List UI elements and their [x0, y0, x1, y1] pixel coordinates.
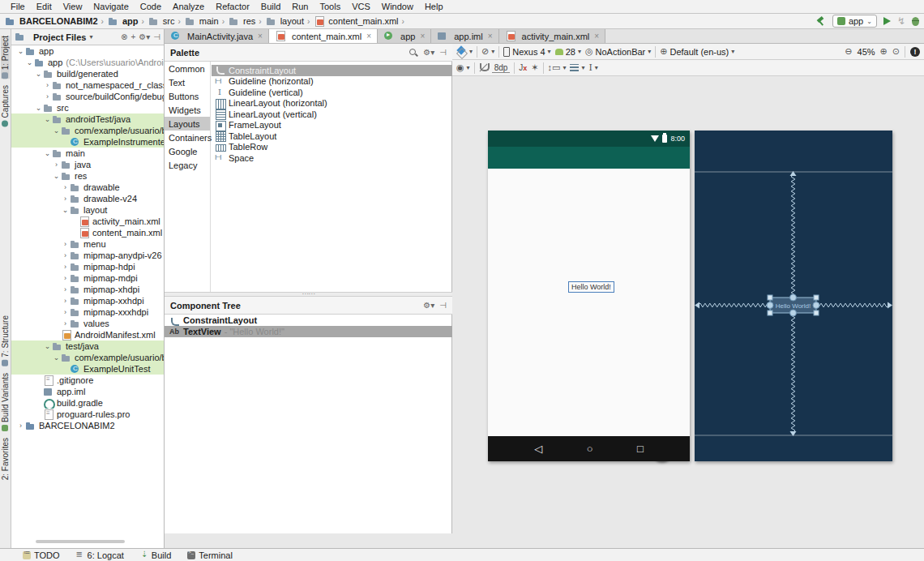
view-options-select[interactable]: ◉▾ — [456, 62, 470, 73]
menu-item[interactable]: File — [5, 2, 31, 11]
status-bar-item[interactable]: Terminal — [187, 550, 233, 560]
expand-arrow-icon[interactable]: ⌄ — [52, 170, 61, 182]
palette-item[interactable]: Guideline (vertical) — [212, 87, 452, 98]
orientation-select[interactable]: ⊘▾ — [481, 46, 494, 57]
close-icon[interactable]: × — [366, 32, 371, 41]
hide-panel-icon[interactable]: ⊣ — [153, 32, 160, 41]
gear-icon[interactable]: ⚙▾ — [423, 48, 434, 57]
tree-row[interactable]: ⌄ layout — [11, 204, 164, 216]
editor-tab[interactable]: activity_main.xml × — [499, 29, 606, 43]
breadcrumb-item[interactable]: res › — [229, 16, 264, 27]
hide-panel-icon[interactable]: ⊣ — [439, 301, 447, 310]
breadcrumb-item[interactable]: BARCELONABIM2 › — [5, 16, 106, 27]
tree-row[interactable]: AndroidManifest.xml — [11, 329, 164, 340]
expand-arrow-icon[interactable]: › — [61, 272, 70, 284]
run-configuration-select[interactable]: app ⌄ — [832, 15, 877, 28]
menu-item[interactable]: Edit — [31, 2, 58, 11]
expand-arrow-icon[interactable]: ⌄ — [16, 45, 25, 57]
palette-item[interactable]: LinearLayout (horizontal) — [212, 98, 452, 109]
tree-row[interactable]: › not_namespaced_r_class_source — [11, 79, 164, 91]
palette-item[interactable]: LinearLayout (vertical) — [212, 109, 452, 120]
tree-row[interactable]: .gitignore — [11, 375, 164, 386]
tree-row[interactable]: build.gradle — [11, 397, 164, 409]
breadcrumb-item[interactable]: src › — [148, 16, 183, 27]
status-bar-item[interactable]: Build — [140, 550, 171, 560]
menu-item[interactable]: VCS — [346, 2, 376, 11]
palette-item[interactable]: ConstraintLayout — [212, 65, 452, 76]
editor-tab[interactable]: app.iml × — [431, 29, 498, 43]
expand-arrow-icon[interactable]: ⌄ — [52, 352, 61, 363]
design-mode-select[interactable]: ▾ — [456, 46, 473, 57]
tree-row[interactable]: › drawable-v24 — [11, 193, 164, 204]
locale-select[interactable]: ⊕Default (en-us)▾ — [660, 46, 734, 57]
phone-preview[interactable]: 8:00 Hello World! ✉ ◁○□ — [488, 131, 690, 461]
expand-arrow-icon[interactable]: ⌄ — [34, 102, 43, 113]
expand-arrow-icon[interactable]: › — [16, 420, 25, 431]
tree-row[interactable]: ⌄ test/java — [11, 340, 164, 352]
tree-row[interactable]: ExampleInstrumented — [11, 136, 164, 148]
menu-item[interactable]: Help — [419, 2, 449, 11]
expand-arrow-icon[interactable]: › — [43, 79, 52, 91]
theme-select[interactable]: ◎NoActionBar▾ — [585, 46, 651, 57]
apply-changes-icon[interactable]: ↯ — [897, 15, 905, 27]
tree-row[interactable]: ⌄ build/generated — [11, 68, 164, 79]
tree-row[interactable]: content_main.xml — [11, 227, 164, 238]
tree-row[interactable]: › mipmap-anydpi-v26 — [11, 250, 164, 261]
menu-item[interactable]: View — [58, 2, 88, 11]
tree-row[interactable]: › mipmap-hdpi — [11, 261, 164, 272]
breadcrumb-item[interactable]: main › — [185, 16, 227, 27]
pack-select[interactable]: ↕▭▾ — [548, 62, 567, 73]
close-icon[interactable]: × — [594, 32, 599, 41]
close-icon[interactable]: × — [258, 32, 263, 41]
run-button[interactable] — [883, 17, 891, 25]
search-icon[interactable] — [409, 48, 418, 58]
tree-row[interactable]: ⌄ com/example/usuario/barce — [11, 352, 164, 363]
expand-arrow-icon[interactable]: ⌄ — [25, 57, 34, 68]
menu-item[interactable]: Refactor — [210, 2, 255, 11]
palette-item[interactable]: Guideline (horizontal) — [212, 76, 452, 88]
api-select[interactable]: 28▾ — [555, 47, 581, 57]
palette-category[interactable]: Text — [165, 75, 210, 89]
expand-arrow-icon[interactable]: › — [61, 261, 70, 272]
tool-window-button[interactable]: Build Variants — [1, 373, 10, 431]
autoconnect-toggle[interactable] — [479, 63, 488, 72]
tool-window-button[interactable]: Captures — [1, 85, 10, 127]
tree-row[interactable]: › java — [11, 159, 164, 170]
palette-item[interactable]: FrameLayout — [212, 120, 452, 131]
palette-category[interactable]: Widgets — [165, 103, 210, 117]
palette-category[interactable]: Containers — [165, 131, 210, 144]
tree-row[interactable]: ⌄ app — [11, 45, 164, 57]
palette-category[interactable]: Layouts — [165, 117, 210, 131]
gear-icon[interactable]: ⚙▾ — [139, 32, 150, 41]
expand-arrow-icon[interactable]: ⌄ — [43, 148, 52, 159]
menu-item[interactable]: Tools — [314, 2, 346, 11]
expand-arrow-icon[interactable]: › — [61, 306, 70, 318]
expand-arrow-icon[interactable]: › — [61, 193, 70, 204]
expand-arrow-icon[interactable]: › — [61, 250, 70, 261]
expand-arrow-icon[interactable]: ⌄ — [61, 204, 70, 216]
expand-arrow-icon[interactable]: › — [61, 284, 70, 295]
tree-row[interactable]: activity_main.xml — [11, 216, 164, 227]
tree-row[interactable]: › BARCELONABIM2 — [11, 420, 164, 431]
palette-item[interactable]: Space — [212, 152, 452, 164]
tree-row[interactable]: ⌄ src — [11, 102, 164, 113]
palette-category[interactable]: Legacy — [165, 158, 210, 172]
component-tree-row[interactable]: ConstraintLayout — [165, 315, 452, 326]
tree-row[interactable]: › mipmap-mdpi — [11, 272, 164, 284]
menu-item[interactable]: Analyze — [167, 2, 210, 11]
gear-icon[interactable]: ⚙▾ — [423, 301, 434, 310]
tree-row[interactable]: app.iml — [11, 386, 164, 397]
tool-window-button[interactable]: 2: Favorites — [1, 438, 10, 482]
expand-arrow-icon[interactable]: ⌄ — [52, 125, 61, 136]
errors-badge[interactable]: ! — [910, 47, 920, 57]
breadcrumb-item[interactable]: content_main.xml › — [314, 16, 407, 27]
palette-item[interactable]: TableLayout — [212, 131, 452, 142]
clear-constraints-button[interactable]: Jx — [519, 63, 527, 72]
expand-arrow-icon[interactable]: › — [61, 295, 70, 306]
status-bar-item[interactable]: 6: Logcat — [76, 550, 124, 560]
build-hammer-icon[interactable] — [815, 16, 826, 27]
zoom-in-icon[interactable]: ⊕ — [880, 46, 888, 57]
palette-category[interactable]: Buttons — [165, 89, 210, 103]
expand-arrow-icon[interactable]: ⌄ — [34, 68, 43, 79]
tool-window-button[interactable]: 7: Structure — [1, 315, 10, 366]
